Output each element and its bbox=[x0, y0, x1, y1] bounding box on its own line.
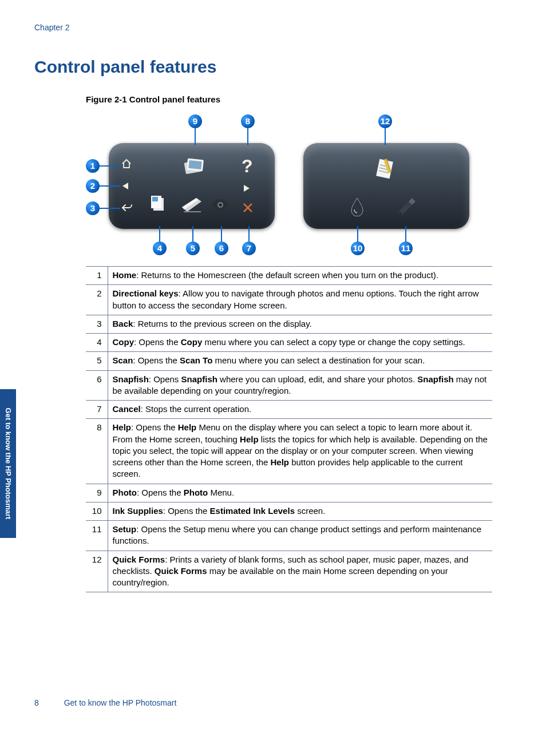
feature-desc: Copy: Opens the Copy menu where you can … bbox=[108, 334, 492, 352]
callout-3: 3 bbox=[86, 201, 100, 215]
feature-num: 3 bbox=[86, 315, 108, 333]
svg-rect-2 bbox=[188, 160, 201, 169]
feature-num: 7 bbox=[86, 401, 108, 419]
ink-icon bbox=[349, 197, 365, 219]
svg-rect-5 bbox=[152, 197, 158, 201]
feature-desc: Setup: Opens the Setup menu where you ca… bbox=[108, 521, 492, 551]
feature-desc: Directional keys: Allow you to navigate … bbox=[108, 285, 492, 315]
callout-line bbox=[159, 226, 160, 242]
callout-7: 7 bbox=[242, 242, 256, 255]
callout-1: 1 bbox=[86, 159, 100, 173]
page-footer: 8 Get to know the HP Photosmart bbox=[34, 698, 176, 707]
table-row: 6Snapfish: Opens Snapfish where you can … bbox=[86, 370, 492, 401]
feature-num: 1 bbox=[86, 267, 108, 285]
table-row: 2Directional keys: Allow you to navigate… bbox=[86, 285, 492, 315]
quick-forms-icon bbox=[373, 158, 397, 184]
feature-desc: Quick Forms: Prints a variety of blank f… bbox=[108, 551, 492, 592]
control-panel-right bbox=[303, 143, 469, 229]
feature-desc: Help: Opens the Help Menu on the display… bbox=[108, 419, 492, 484]
callout-6: 6 bbox=[215, 242, 228, 255]
figure-caption: Figure 2-1 Control panel features bbox=[86, 94, 220, 104]
callout-line bbox=[221, 226, 222, 242]
table-row: 11Setup: Opens the Setup menu where you … bbox=[86, 521, 492, 551]
table-row: 1Home: Returns to the Homescreen (the de… bbox=[86, 267, 492, 285]
setup-icon bbox=[395, 195, 418, 220]
callout-line bbox=[405, 226, 406, 242]
left-arrow-icon bbox=[121, 181, 132, 193]
feature-desc: Photo: Opens the Photo Menu. bbox=[108, 484, 492, 502]
feature-desc: Scan: Opens the Scan To menu where you c… bbox=[108, 352, 492, 370]
feature-num: 11 bbox=[86, 521, 108, 551]
scan-icon bbox=[180, 196, 203, 216]
feature-desc: Back: Returns to the previous screen on … bbox=[108, 315, 492, 333]
callout-line bbox=[195, 127, 196, 145]
feature-num: 6 bbox=[86, 370, 108, 401]
feature-num: 4 bbox=[86, 334, 108, 352]
table-row: 12Quick Forms: Prints a variety of blank… bbox=[86, 551, 492, 592]
figure-diagram: ? bbox=[86, 114, 492, 263]
feature-num: 9 bbox=[86, 484, 108, 502]
right-arrow-icon bbox=[242, 181, 252, 195]
callout-line bbox=[248, 226, 250, 242]
table-row: 3Back: Returns to the previous screen on… bbox=[86, 315, 492, 333]
callout-2: 2 bbox=[86, 179, 100, 193]
table-row: 10Ink Supplies: Opens the Estimated Ink … bbox=[86, 502, 492, 520]
table-row: 9Photo: Opens the Photo Menu. bbox=[86, 484, 492, 502]
callout-line bbox=[357, 226, 358, 242]
feature-num: 12 bbox=[86, 551, 108, 592]
table-row: 5Scan: Opens the Scan To menu where you … bbox=[86, 352, 492, 370]
side-tab-label: Get to know the HP Photosmart bbox=[4, 408, 13, 520]
callout-line bbox=[192, 226, 193, 242]
copy-icon bbox=[149, 192, 171, 216]
feature-num: 8 bbox=[86, 419, 108, 484]
table-row: 7Cancel: Stops the current operation. bbox=[86, 401, 492, 419]
callout-line bbox=[247, 127, 248, 145]
cancel-icon bbox=[243, 201, 253, 215]
table-row: 8Help: Opens the Help Menu on the displa… bbox=[86, 419, 492, 484]
feature-num: 2 bbox=[86, 285, 108, 315]
callout-line bbox=[385, 127, 386, 145]
feature-num: 5 bbox=[86, 352, 108, 370]
feature-desc: Ink Supplies: Opens the Estimated Ink Le… bbox=[108, 502, 492, 520]
svg-point-14 bbox=[398, 212, 402, 215]
feature-desc: Cancel: Stops the current operation. bbox=[108, 401, 492, 419]
table-row: 4Copy: Opens the Copy menu where you can… bbox=[86, 334, 492, 352]
svg-point-9 bbox=[219, 204, 222, 207]
help-icon: ? bbox=[242, 157, 253, 175]
callout-11: 11 bbox=[399, 242, 413, 255]
control-panel-left: ? bbox=[109, 143, 275, 229]
page-heading: Control panel features bbox=[34, 57, 216, 77]
callout-8: 8 bbox=[241, 114, 255, 128]
feature-num: 10 bbox=[86, 502, 108, 520]
snapfish-icon bbox=[212, 198, 229, 214]
photo-icon bbox=[180, 155, 208, 179]
back-icon bbox=[121, 204, 133, 216]
chapter-label: Chapter 2 bbox=[34, 23, 69, 32]
side-tab: Get to know the HP Photosmart bbox=[0, 389, 16, 538]
feature-desc: Snapfish: Opens Snapfish where you can u… bbox=[108, 370, 492, 401]
callout-10: 10 bbox=[351, 242, 365, 255]
home-icon bbox=[121, 159, 132, 171]
callout-9: 9 bbox=[188, 114, 202, 128]
callout-4: 4 bbox=[153, 242, 167, 255]
callout-12: 12 bbox=[378, 114, 392, 128]
feature-desc: Home: Returns to the Homescreen (the def… bbox=[108, 267, 492, 285]
callout-5: 5 bbox=[186, 242, 200, 255]
feature-table: 1Home: Returns to the Homescreen (the de… bbox=[86, 266, 492, 592]
footer-title: Get to know the HP Photosmart bbox=[64, 698, 177, 707]
page-number: 8 bbox=[34, 698, 39, 707]
